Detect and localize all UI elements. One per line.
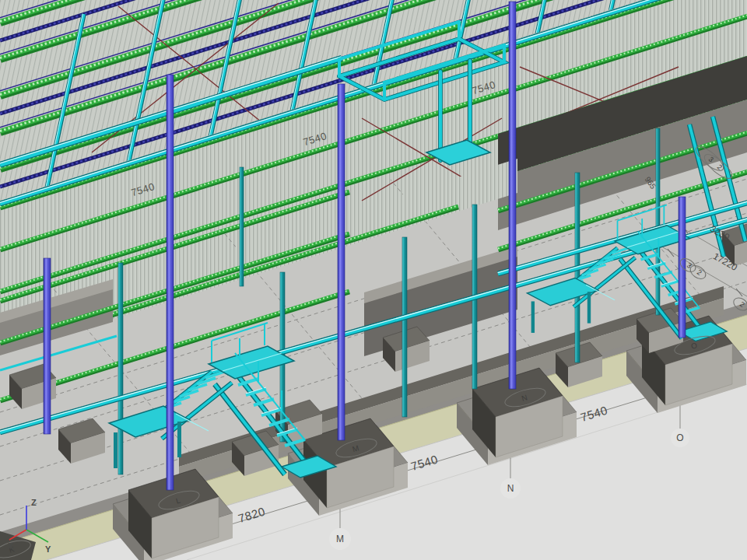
z-axis-label: Z xyxy=(31,498,37,507)
cad-3d-viewport[interactable]: 7540 7540 7540 7820 7540 7540 3230 17220… xyxy=(0,0,747,560)
x-axis-label: X xyxy=(8,541,14,551)
grid-bubble-label: O xyxy=(676,432,683,443)
grid-bubble-label: M xyxy=(336,534,344,544)
grid-bubble-label: N xyxy=(507,483,514,494)
y-axis-label: Y xyxy=(45,544,51,554)
model-canvas[interactable]: 7540 7540 7540 7820 7540 7540 3230 17220… xyxy=(0,0,747,560)
